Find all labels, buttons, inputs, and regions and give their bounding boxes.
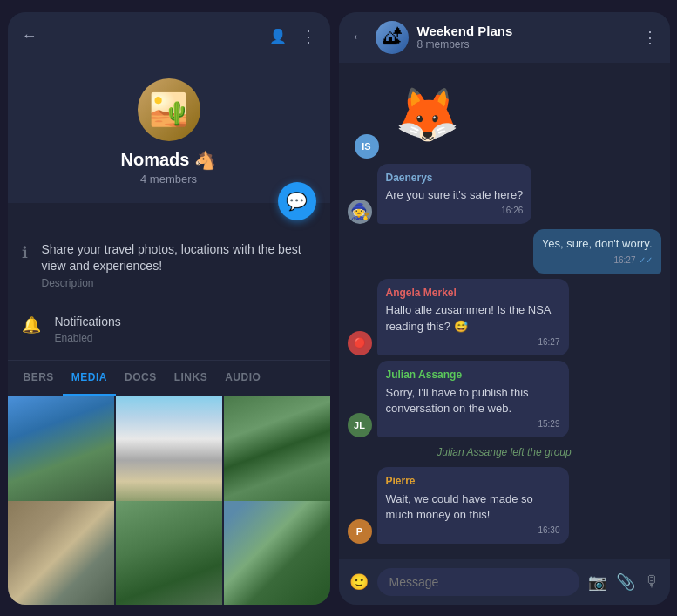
chat-title: Weekend Plans [417,24,633,38]
group-avatar: 🏜️ [138,78,200,141]
description-row: ℹ Share your travel photos, locations wi… [8,229,330,301]
left-header: ← 👤 ⋮ [8,12,330,61]
message-text-pierre: Wait, we could have made so much money o… [386,491,560,523]
read-receipt-icon: ✓✓ [639,254,653,267]
bubble-julian: Julian Assange Sorry, I'll have to publi… [377,361,569,437]
notifications-status: Enabled [55,332,121,344]
info-sections: ℹ Share your travel photos, locations wi… [8,203,330,357]
avatar-angela: 🔴 [348,331,372,355]
description-label: Description [42,277,316,289]
add-member-icon[interactable]: 👤 [269,28,287,44]
sender-name-daenerys: Daenerys [386,171,524,186]
tab-members[interactable]: BERS [15,361,63,396]
sender-name-julian: Julian Assange [386,368,560,382]
sticker-emoji: 🦊 [384,71,471,159]
chat-messages: IS 🦊 🧙 Daenerys Are you sure it's safe h… [339,63,670,559]
system-message: Julian Assange left the group [348,443,661,462]
sender-avatar-is: IS [355,134,379,159]
media-cell[interactable] [116,396,222,503]
message-time-angela: 16:27 [386,336,560,349]
description-content: Share your travel photos, locations with… [42,241,316,289]
message-time-outgoing: 16:27 ✓✓ [542,254,653,267]
group-name: Nomads [121,150,190,170]
tab-audio[interactable]: AUDIO [216,361,269,396]
message-text-outgoing: Yes, sure, don't worry. [542,236,653,252]
message-input[interactable] [377,568,579,596]
sender-name-angela: Angela Merkel [386,286,560,301]
attach-icon[interactable]: 📎 [616,572,635,592]
right-panel: ← 🏕 Weekend Plans 8 members ⋮ IS 🦊 🧙 [339,12,670,605]
notifications-icon: 🔔 [22,315,41,335]
message-outgoing: Yes, sure, don't worry. 16:27 ✓✓ [348,229,661,273]
avatar-daenerys: 🧙 [348,200,372,224]
left-header-back[interactable]: ← [22,27,37,45]
chat-title-block: Weekend Plans 8 members [417,24,633,51]
message-text-angela: Hallo alle zusammen! Is the NSA reading … [386,302,560,334]
description-text: Share your travel photos, locations with… [42,241,316,275]
message-time-julian: 15:29 [386,418,560,430]
chat-more-icon[interactable]: ⋮ [642,28,658,47]
sticker-message: IS 🦊 [355,71,661,159]
media-cell[interactable] [224,396,330,503]
media-grid [8,396,330,604]
notifications-label: Notifications [55,314,121,331]
chat-group-avatar: 🏕 [376,21,409,54]
emoji-icon[interactable]: 🙂 [349,572,369,592]
bubble-outgoing: Yes, sure, don't worry. 16:27 ✓✓ [533,229,661,273]
message-pierre: P Pierre Wait, we could have made so muc… [348,467,661,544]
notifications-content: Notifications Enabled [55,314,121,345]
chat-subtitle: 8 members [417,38,633,51]
group-members-count: 4 members [140,173,197,186]
media-cell[interactable] [224,501,330,604]
message-text-julian: Sorry, I'll have to publish this convers… [386,385,560,416]
back-icon[interactable]: ← [22,27,37,45]
message-text-daenerys: Are you sure it's safe here? [386,187,524,203]
message-fab-icon: 💬 [286,191,308,212]
mic-icon[interactable]: 🎙 [644,572,660,591]
more-options-icon[interactable]: ⋮ [301,27,316,46]
avatar-julian: JL [348,413,372,437]
message-angela: 🔴 Angela Merkel Hallo alle zusammen! Is … [348,279,661,355]
bubble-angela: Angela Merkel Hallo alle zusammen! Is th… [377,279,569,355]
info-icon: ℹ [22,243,28,262]
tab-media[interactable]: MEDIA [63,361,116,396]
camera-icon[interactable]: 📷 [588,572,607,592]
left-panel: ← 👤 ⋮ 🏜️ Nomads 🐴 4 members 💬 ℹ [8,12,330,605]
message-fab-button[interactable]: 💬 [278,182,316,220]
media-cell[interactable] [116,501,222,604]
media-cell[interactable] [8,396,114,503]
media-cell[interactable] [8,501,114,604]
message-time-pierre: 16:30 [386,525,560,537]
sender-name-pierre: Pierre [386,474,560,489]
left-header-actions: 👤 ⋮ [269,27,316,46]
chat-input-bar: 🙂 📷 📎 🎙 [339,559,670,605]
group-emoji: 🐴 [194,150,216,171]
message-time-daenerys: 16:26 [386,205,524,217]
chat-header: ← 🏕 Weekend Plans 8 members ⋮ [339,12,670,63]
media-tabs: BERS MEDIA DOCS LINKS AUDIO [8,360,330,396]
chat-back-icon[interactable]: ← [351,28,367,46]
message-daenerys: 🧙 Daenerys Are you sure it's safe here? … [348,164,661,225]
notifications-row[interactable]: 🔔 Notifications Enabled [8,301,330,357]
tab-docs[interactable]: DOCS [116,361,166,396]
tab-links[interactable]: LINKS [166,361,217,396]
avatar-pierre: P [348,519,372,544]
bubble-pierre: Pierre Wait, we could have made so much … [377,467,569,544]
message-julian: JL Julian Assange Sorry, I'll have to pu… [348,361,661,437]
bubble-daenerys: Daenerys Are you sure it's safe here? 16… [377,164,532,225]
profile-section: 🏜️ Nomads 🐴 4 members 💬 [8,61,330,203]
